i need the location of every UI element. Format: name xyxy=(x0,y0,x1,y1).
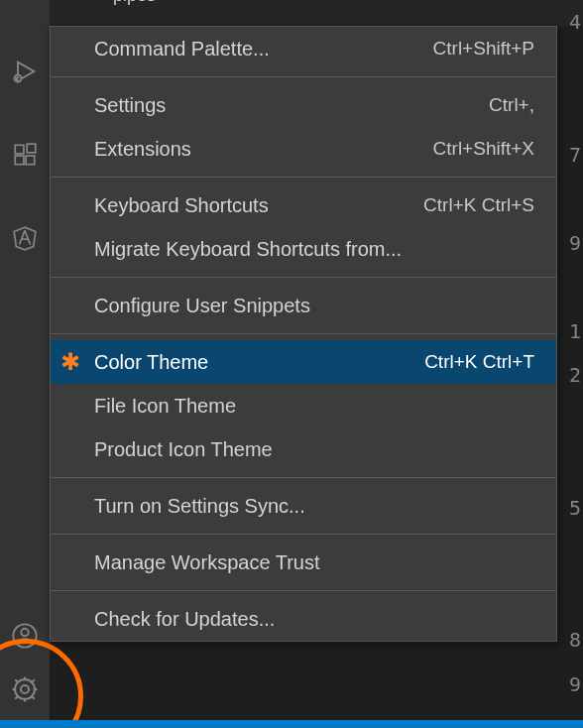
accounts-icon[interactable] xyxy=(0,609,50,663)
status-bar[interactable] xyxy=(0,720,583,728)
line-number xyxy=(555,45,581,89)
menu-item-label: Command Palette... xyxy=(94,38,413,61)
svg-rect-5 xyxy=(27,144,36,153)
svg-point-8 xyxy=(21,629,28,636)
menu-item-label: Manage Workspace Trust xyxy=(94,551,534,574)
menu-item-color-theme[interactable]: ✱Color ThemeCtrl+K Ctrl+T xyxy=(51,340,556,384)
menu-item-extensions[interactable]: ExtensionsCtrl+Shift+X xyxy=(51,127,556,171)
line-number xyxy=(555,265,581,309)
line-number: 9 xyxy=(555,663,581,707)
menu-item-manage-workspace-trust[interactable]: Manage Workspace Trust xyxy=(51,541,556,584)
run-debug-icon[interactable] xyxy=(0,48,50,95)
manage-context-menu: Command Palette...Ctrl+Shift+PSettingsCt… xyxy=(50,26,557,642)
line-number xyxy=(555,398,581,442)
current-theme-icon: ✱ xyxy=(60,350,80,374)
explorer-tree: › pipes xyxy=(50,0,583,26)
menu-separator xyxy=(51,277,556,278)
menu-item-keyboard-shortcuts[interactable]: Keyboard ShortcutsCtrl+K Ctrl+S xyxy=(51,183,556,227)
menu-item-label: Product Icon Theme xyxy=(94,438,534,461)
line-number xyxy=(555,88,581,133)
menu-item-shortcut: Ctrl+Shift+X xyxy=(433,138,534,160)
menu-separator xyxy=(51,333,556,334)
line-number: 9 xyxy=(555,221,581,266)
menu-separator xyxy=(51,477,556,478)
menu-separator xyxy=(51,590,556,591)
menu-item-label: Color Theme xyxy=(94,351,405,374)
menu-item-check-for-updates[interactable]: Check for Updates... xyxy=(51,597,556,641)
svg-point-10 xyxy=(15,679,35,699)
menu-item-shortcut: Ctrl+K Ctrl+S xyxy=(423,194,534,216)
menu-item-label: Keyboard Shortcuts xyxy=(94,194,404,217)
line-number xyxy=(555,530,581,574)
line-number xyxy=(555,574,581,619)
menu-separator xyxy=(51,534,556,535)
menu-separator xyxy=(51,76,556,77)
svg-point-9 xyxy=(21,685,29,693)
menu-item-shortcut: Ctrl+, xyxy=(489,94,534,116)
menu-item-label: Check for Updates... xyxy=(94,608,534,631)
menu-item-shortcut: Ctrl+Shift+P xyxy=(433,38,534,60)
menu-item-label: Settings xyxy=(94,94,469,117)
line-number xyxy=(555,441,581,486)
angular-icon[interactable] xyxy=(0,214,50,262)
svg-rect-4 xyxy=(26,156,35,165)
chevron-right-icon: › xyxy=(101,0,107,6)
line-number: 4 xyxy=(555,0,581,45)
menu-item-configure-user-snippets[interactable]: Configure User Snippets xyxy=(51,284,556,327)
editor-line-numbers: 47912589 xyxy=(555,0,583,728)
menu-item-label: Migrate Keyboard Shortcuts from... xyxy=(94,238,534,261)
menu-item-turn-on-settings-sync[interactable]: Turn on Settings Sync... xyxy=(51,484,556,528)
line-number: 5 xyxy=(555,486,581,531)
extensions-icon[interactable] xyxy=(0,131,50,179)
menu-item-settings[interactable]: SettingsCtrl+, xyxy=(51,83,556,127)
menu-item-shortcut: Ctrl+K Ctrl+T xyxy=(424,351,534,373)
activity-bar xyxy=(0,0,50,728)
menu-item-label: Configure User Snippets xyxy=(94,295,534,317)
menu-item-label: Extensions xyxy=(94,138,413,161)
menu-item-command-palette[interactable]: Command Palette...Ctrl+Shift+P xyxy=(51,27,556,70)
line-number: 7 xyxy=(555,133,581,178)
line-number: 2 xyxy=(555,353,581,398)
svg-rect-3 xyxy=(15,156,24,165)
menu-item-migrate-keyboard-shortcuts-from[interactable]: Migrate Keyboard Shortcuts from... xyxy=(51,227,556,271)
line-number: 1 xyxy=(555,309,581,354)
manage-gear-icon[interactable] xyxy=(0,663,50,716)
tree-item-pipes[interactable]: › pipes xyxy=(50,0,583,6)
tree-item-label: pipes xyxy=(113,0,156,6)
menu-item-product-icon-theme[interactable]: Product Icon Theme xyxy=(51,427,556,471)
line-number: 8 xyxy=(555,618,581,663)
menu-item-file-icon-theme[interactable]: File Icon Theme xyxy=(51,384,556,427)
line-number xyxy=(555,177,581,221)
menu-item-label: File Icon Theme xyxy=(94,395,534,418)
menu-item-label: Turn on Settings Sync... xyxy=(94,495,534,518)
svg-rect-2 xyxy=(15,145,24,154)
menu-separator xyxy=(51,177,556,178)
